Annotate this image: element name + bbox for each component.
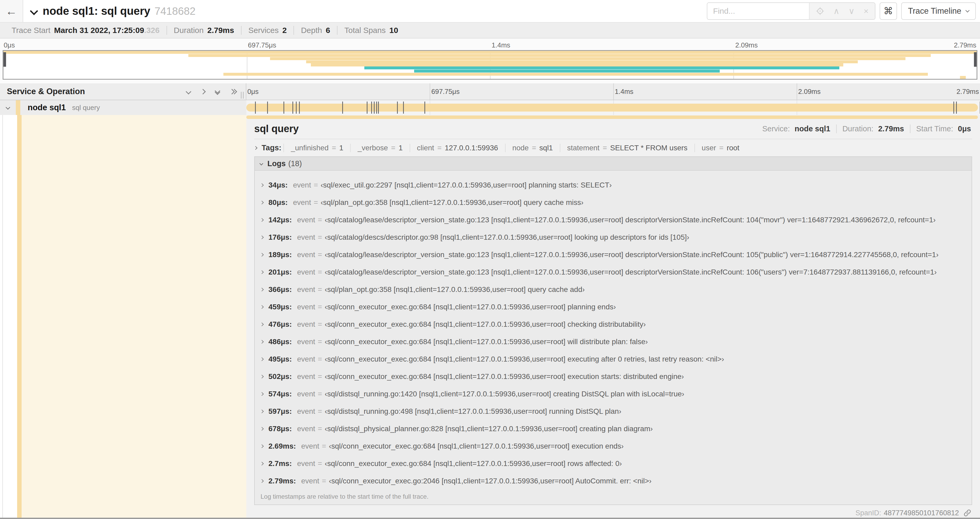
ruler-gridline (430, 83, 430, 100)
summary-item: Duration 2.79ms (167, 26, 242, 35)
overview-value: node sql1 (794, 125, 830, 133)
summary-value: 6 (326, 26, 330, 35)
log-timestamp: 502μs: (269, 372, 292, 381)
log-timestamp: 2.7ms: (269, 459, 292, 468)
log-entry[interactable]: 502μs: event = ‹sql/conn_executor_exec.g… (255, 368, 972, 385)
log-entry[interactable]: 142μs: event = ‹sql/catalog/lease/descri… (255, 211, 972, 228)
minimap-span-bar (306, 61, 858, 63)
tags-label: Tags: (262, 144, 282, 152)
tag-value: root (727, 144, 739, 152)
log-entry[interactable]: 2.79ms: event = ‹sql/conn_executor_exec.… (255, 472, 972, 490)
summary-value-suffix: .326 (144, 26, 159, 35)
summary-label: Depth (301, 26, 322, 35)
tag-equals: = (332, 144, 336, 152)
tag-item[interactable]: client = 127.0.0.1:59936 (410, 144, 505, 152)
log-equals: = (318, 459, 322, 468)
log-event-tick (397, 102, 398, 114)
log-equals: = (318, 390, 322, 398)
tag-item[interactable]: _unfinished = 1 (283, 144, 350, 152)
logs-accordion-header[interactable]: Logs (18) (255, 157, 972, 171)
log-entry[interactable]: 201μs: event = ‹sql/catalog/lease/descri… (255, 263, 972, 281)
locate-icon[interactable] (816, 7, 824, 15)
minimap-left-drag-handle[interactable] (3, 52, 6, 67)
log-event-tick (374, 102, 375, 114)
log-field-key: event (297, 285, 315, 294)
chevron-right-icon (260, 444, 264, 448)
tag-item[interactable]: node = sql1 (505, 144, 560, 152)
find-clear-icon[interactable]: × (864, 6, 869, 16)
log-field-value: ‹sql/conn_executor_exec.go:684 [nsql1,cl… (325, 372, 684, 381)
chevron-right-icon (260, 410, 264, 413)
collapse-one-icon[interactable] (186, 89, 191, 94)
tag-value: 1 (339, 144, 344, 152)
find-input[interactable] (707, 3, 809, 19)
log-event-tick (378, 102, 379, 114)
tag-key: client (417, 144, 434, 152)
log-entry[interactable]: 459μs: event = ‹sql/conn_executor_exec.g… (255, 298, 972, 316)
summary-value: 10 (389, 26, 398, 35)
minimap-canvas[interactable] (3, 50, 977, 80)
log-entry[interactable]: 176μs: event = ‹sql/catalog/descs/descri… (255, 228, 972, 246)
logs-accordion: Logs (18) 34μs: event = ‹sql/exec_util.g… (254, 156, 972, 505)
log-timestamp: 574μs: (269, 390, 292, 398)
trace-view-selector[interactable]: Trace Timeline (901, 2, 976, 20)
deep-link-icon[interactable] (963, 509, 972, 517)
log-timestamp: 142μs: (269, 216, 292, 224)
log-event-tick (283, 102, 284, 114)
log-equals: = (314, 181, 318, 189)
log-field-key: event (297, 425, 315, 433)
span-duration-bar[interactable] (246, 104, 978, 112)
trace-collapse-toggle[interactable] (31, 8, 37, 14)
log-entry[interactable]: 366μs: event = ‹sql/plan_opt.go:358 [nsq… (255, 281, 972, 298)
trace-id: 7418682 (154, 5, 196, 17)
log-entry[interactable]: 486μs: event = ‹sql/conn_executor_exec.g… (255, 333, 972, 350)
log-entry[interactable]: 678μs: event = ‹sql/distsql_physical_pla… (255, 420, 972, 438)
chevron-right-icon (260, 270, 264, 274)
collapse-all-icon[interactable] (215, 89, 220, 94)
span-timeline-track[interactable] (246, 100, 980, 115)
log-field-key: event (297, 372, 315, 381)
minimap-span-bar (311, 63, 843, 66)
tag-item[interactable]: statement = SELECT * FROM users (560, 144, 694, 152)
log-entry[interactable]: 2.69ms: event = ‹sql/conn_executor_exec.… (255, 438, 972, 455)
column-resizer-handle[interactable] (241, 92, 244, 99)
tag-item[interactable]: user = root (694, 144, 746, 152)
log-timestamp: 201μs: (269, 268, 292, 276)
tags-accordion-toggle[interactable]: Tags: (254, 144, 283, 152)
tags-row: Tags: _unfinished = 1 _verbose = (254, 139, 972, 155)
summary-item: Services 2 (242, 26, 294, 35)
timeline-ruler: 0μs 697.75μs 1.4ms 2.09ms 2.79ms (246, 83, 980, 100)
bottom-divider (0, 518, 980, 519)
detail-left-background (22, 115, 246, 518)
log-entry[interactable]: 476μs: event = ‹sql/conn_executor_exec.g… (255, 316, 972, 333)
log-event-tick (403, 102, 404, 114)
span-row-name-cell[interactable]: node sql1 sql query (0, 100, 246, 115)
log-equals: = (322, 477, 326, 485)
chevron-right-icon (260, 201, 264, 204)
tag-value: sql1 (539, 144, 553, 152)
log-equals: = (318, 233, 322, 241)
log-entry[interactable]: 2.7ms: event = ‹sql/conn_executor_exec.g… (255, 455, 972, 472)
log-timestamp: 597μs: (269, 407, 292, 416)
expand-one-icon[interactable] (201, 89, 205, 94)
tag-equals: = (603, 144, 607, 152)
log-entry[interactable]: 597μs: event = ‹sql/distsql_running.go:4… (255, 403, 972, 420)
command-icon: ⌘ (884, 6, 893, 17)
find-prev-icon[interactable]: ∧ (833, 6, 839, 16)
span-collapse-chevron[interactable] (6, 105, 10, 110)
log-entry[interactable]: 34μs: event = ‹sql/exec_util.go:2297 [ns… (255, 176, 972, 194)
log-entry[interactable]: 495μs: event = ‹sql/conn_executor_exec.g… (255, 350, 972, 368)
log-entry[interactable]: 189μs: event = ‹sql/catalog/lease/descri… (255, 246, 972, 263)
minimap-right-drag-handle[interactable] (974, 52, 977, 67)
keyboard-shortcuts-button[interactable]: ⌘ (880, 2, 897, 20)
log-field-key: event (297, 251, 315, 259)
tag-item[interactable]: _verbose = 1 (350, 144, 409, 152)
expand-all-icon[interactable] (230, 89, 236, 94)
chevron-down-icon (259, 162, 263, 165)
find-next-icon[interactable]: ∨ (848, 6, 854, 16)
log-entry[interactable]: 574μs: event = ‹sql/distsql_running.go:1… (255, 385, 972, 403)
log-field-key: event (297, 338, 315, 346)
back-button[interactable]: ← (0, 0, 23, 22)
chevron-right-icon (260, 392, 264, 396)
log-entry[interactable]: 80μs: event = ‹sql/plan_opt.go:358 [nsql… (255, 194, 972, 211)
